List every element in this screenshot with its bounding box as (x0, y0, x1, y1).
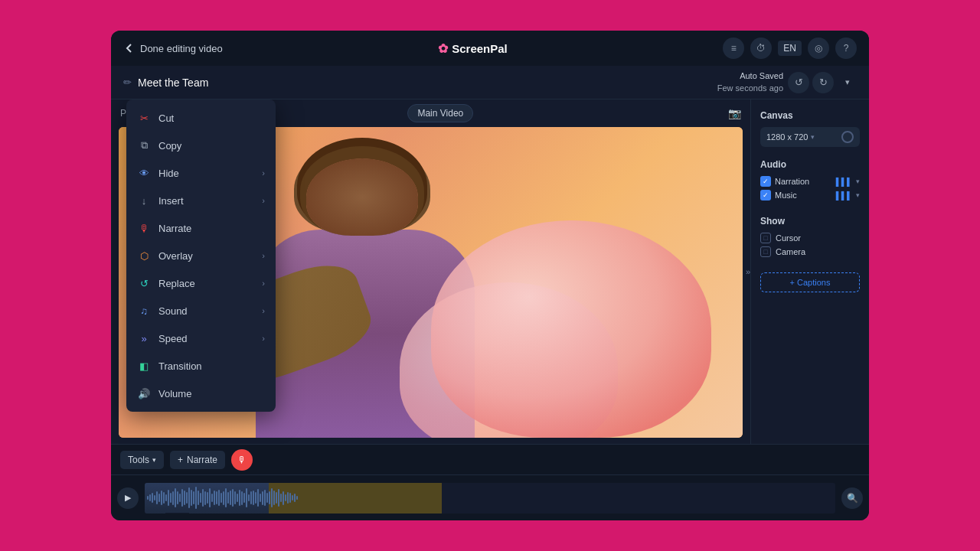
show-section: Show □ Cursor □ Camera (760, 216, 860, 260)
help-icon-btn[interactable]: ? (835, 37, 857, 59)
menu-item-hide[interactable]: 👁 Hide › (126, 159, 276, 187)
time-marker-2s: 2s (248, 513, 254, 514)
top-nav: Done editing video ✿ ScreenPal ≡ ⏱ EN ◎ … (111, 31, 869, 66)
menu-item-volume[interactable]: 🔊 Volume (126, 380, 276, 407)
cut-icon: ✂ (137, 111, 151, 125)
menu-label-copy: Copy (158, 140, 181, 152)
logo: ✿ ScreenPal (438, 41, 508, 56)
time-marker-24s: 24s (711, 513, 721, 514)
redo-button[interactable]: ↻ (812, 72, 834, 93)
timeline-search-button[interactable]: 🔍 (841, 487, 863, 509)
project-title-area: ✏ Meet the Team (123, 77, 208, 89)
context-menu: ✂ Cut ⧉ Copy 👁 Hide › ↓ Insert › 🎙 Narra… (126, 99, 276, 412)
sound-arrow-icon: › (262, 306, 265, 315)
waveform-visualization (145, 483, 835, 514)
narration-row: ✓ Narration ▌▌▌ ▾ (760, 176, 860, 187)
narrate-plus-icon: + (178, 455, 183, 465)
camera-row: □ Camera (760, 246, 860, 257)
time-marker-end: 0:35 (809, 513, 822, 514)
sound-icon: ♫ (137, 304, 151, 318)
timeline-track[interactable]: 0:00.08 2s 4s 6s 8s 10s 12s 14s 16s 18s … (145, 483, 835, 514)
menu-item-copy[interactable]: ⧉ Copy (126, 132, 276, 159)
narration-bars-icon: ▌▌▌ (836, 178, 852, 186)
time-marker-20s: 20s (628, 513, 638, 514)
speed-icon: » (137, 331, 151, 345)
tools-chevron-icon: ▾ (152, 456, 156, 464)
music-chevron-icon[interactable]: ▾ (856, 191, 860, 199)
replace-arrow-icon: › (262, 279, 265, 288)
settings-icon-btn[interactable]: ◎ (808, 37, 829, 59)
overlay-arrow-icon: › (262, 251, 265, 260)
music-checkbox[interactable]: ✓ (760, 190, 771, 201)
canvas-section: Canvas 980 x 551 ▾ (760, 110, 860, 147)
timeline-row: ▶ (111, 475, 869, 520)
menu-item-insert[interactable]: ↓ Insert › (126, 187, 276, 214)
menu-item-narrate[interactable]: 🎙 Narrate (126, 214, 276, 242)
insert-icon: ↓ (137, 194, 151, 207)
time-marker-14s: 14s (504, 513, 514, 514)
menu-icon-btn[interactable]: ≡ (723, 37, 744, 59)
time-marker-16s: 16s (545, 513, 555, 514)
history-icon-btn[interactable]: ⏱ (750, 37, 772, 59)
expand-button[interactable]: ▾ (838, 73, 857, 92)
mic-icon: 🎙 (237, 455, 247, 465)
music-label: Music (775, 191, 832, 200)
music-row: ✓ Music ▌▌▌ ▾ (760, 190, 860, 201)
canvas-resolution-value: 980 x 551 (766, 132, 808, 142)
menu-item-speed[interactable]: » Speed › (126, 324, 276, 352)
copy-icon: ⧉ (137, 139, 151, 152)
menu-item-transition[interactable]: ◧ Transition (126, 352, 276, 380)
menu-item-cut[interactable]: ✂ Cut (126, 104, 276, 132)
insert-arrow-icon: › (262, 196, 265, 205)
camera-icon-btn[interactable]: 📷 (728, 107, 741, 119)
narration-chevron-icon[interactable]: ▾ (856, 178, 860, 185)
tools-button[interactable]: Tools ▾ (120, 451, 164, 469)
time-marker-4s: 4s (289, 513, 296, 514)
music-bars-icon: ▌▌▌ (836, 191, 852, 200)
app-window: Done editing video ✿ ScreenPal ≡ ⏱ EN ◎ … (111, 31, 869, 520)
time-marker-8s: 8s (373, 513, 379, 514)
second-bar: ✏ Meet the Team Auto Saved Few seconds a… (111, 66, 869, 99)
video-main-label: Main Video (407, 104, 473, 122)
canvas-section-title: Canvas (760, 110, 860, 121)
undo-button[interactable]: ↺ (788, 72, 809, 93)
time-marker-start: 0:00.08 (165, 513, 189, 514)
speed-arrow-icon: › (262, 334, 265, 343)
camera-checkbox[interactable]: □ (760, 246, 771, 257)
narration-checkbox[interactable]: ✓ (760, 176, 771, 187)
canvas-circle-indicator (841, 131, 854, 143)
cursor-label: Cursor (776, 233, 801, 243)
menu-label-sound: Sound (158, 305, 188, 317)
narrate-button[interactable]: + Narrate (170, 451, 225, 469)
back-button[interactable]: Done editing video (123, 42, 223, 54)
project-title: Meet the Team (138, 77, 208, 89)
nav-right: ≡ ⏱ EN ◎ ? (723, 37, 857, 59)
audio-section: Audio ✓ Narration ▌▌▌ ▾ ✓ Music ▌▌▌ ▾ (760, 159, 860, 204)
menu-item-replace[interactable]: ↺ Replace › (126, 269, 276, 297)
menu-item-overlay[interactable]: ⬡ Overlay › (126, 242, 276, 269)
menu-label-hide: Hide (158, 168, 179, 179)
balloon-pink-1 (431, 220, 712, 438)
mic-record-button[interactable]: 🎙 (231, 449, 253, 471)
play-button[interactable]: ▶ (117, 487, 139, 509)
menu-label-overlay: Overlay (158, 250, 193, 262)
menu-label-cut: Cut (158, 112, 174, 124)
narrate-icon: 🎙 (137, 221, 151, 235)
canvas-resolution-select[interactable]: 980 x 551 ▾ (760, 127, 860, 147)
person-head (306, 158, 419, 236)
time-marker-18s: 18s (586, 513, 596, 514)
menu-label-volume: Volume (158, 388, 191, 399)
undo-redo-group: ↺ ↻ (788, 72, 834, 93)
cursor-checkbox[interactable]: □ (760, 233, 771, 243)
audio-section-title: Audio (760, 159, 860, 170)
menu-item-sound[interactable]: ♫ Sound › (126, 297, 276, 324)
captions-button[interactable]: + Captions (760, 272, 860, 292)
transition-icon: ◧ (137, 359, 151, 373)
menu-label-speed: Speed (158, 333, 188, 344)
language-button[interactable]: EN (778, 41, 802, 56)
hide-arrow-icon: › (262, 168, 265, 178)
replace-icon: ↺ (137, 276, 151, 290)
sidebar-expand-icon[interactable]: » (746, 267, 750, 276)
edit-icon: ✏ (123, 77, 132, 88)
right-sidebar: Canvas 980 x 551 ▾ Audio ✓ Narration ▌▌… (750, 99, 869, 444)
